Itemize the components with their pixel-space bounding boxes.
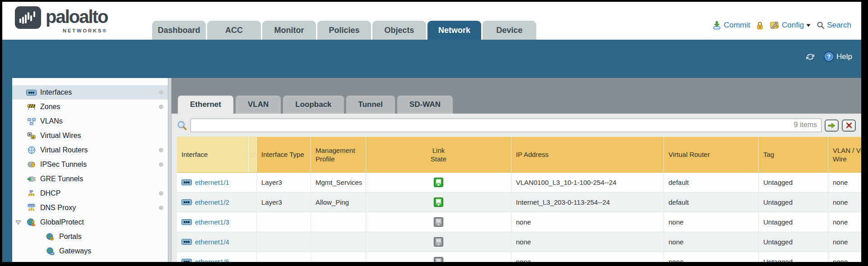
ip-cell: none [511,212,664,232]
sidebar-item-zones[interactable]: Zones [12,100,168,114]
chevron-down-icon [806,24,811,27]
column-header-link-state[interactable]: Link State [366,137,511,172]
teal-toolbar: ? Help [2,40,861,78]
tab-loopback[interactable]: Loopback [283,96,343,114]
column-header-ip-address[interactable]: IP Address [511,137,664,172]
link-state-cell [366,193,511,212]
table-row: ethernet1/2Layer3Allow_PingInternet_L3_2… [177,193,861,212]
virtual-wires-icon [27,132,36,139]
link-state-cell [366,212,511,232]
apply-filter-button[interactable] [825,119,839,132]
search-icon [817,21,825,29]
table-header-row: InterfaceInterface TypeManagement Profil… [177,137,861,173]
interface-link[interactable]: ethernet1/5 [177,252,257,262]
main-tab-policies[interactable]: Policies [317,21,371,40]
lock-icon[interactable] [756,21,764,30]
type-cell [257,232,311,252]
config-menu-button[interactable]: Config [770,21,811,30]
interface-link[interactable]: ethernet1/4 [177,232,257,252]
network-sidebar: InterfacesZonesVLANsVirtual WiresVirtual… [12,78,168,262]
gateways-icon [46,248,55,255]
ethernet-interface-icon [181,199,192,205]
sidebar-item-gateways[interactable]: Gateways [12,244,168,258]
column-header-management-profile[interactable]: Management Profile [311,137,366,172]
sidebar-item-dhcp[interactable]: IPDHCP [12,186,168,201]
interface-type-tabs: EthernetVLANLoopbackTunnelSD-WAN [172,78,861,114]
tab-tunnel[interactable]: Tunnel [346,96,395,114]
virtual-router-cell: none [664,252,759,262]
tab-sd-wan[interactable]: SD-WAN [397,96,453,114]
sort-caret-icon [250,153,255,157]
vlan-cell: none [828,212,861,232]
item-dot-indicator [159,162,163,167]
virtual-router-cell: default [664,173,759,192]
top-header: paloalto NETWORKS® DashboardACCMonitorPo… [2,2,861,40]
table-row: ethernet1/5nonenoneUntaggednone [177,252,861,262]
sidebar-item-label: Gateways [59,247,91,255]
column-header-interface[interactable]: Interface [177,137,257,172]
sidebar-item-gre-tunnels[interactable]: GRE Tunnels [12,172,168,186]
vlans-icon [27,118,36,125]
interface-link[interactable]: ethernet1/3 [177,212,257,232]
gre-tunnels-icon [27,176,36,183]
brand-subtitle: NETWORKS® [63,28,107,33]
filter-input[interactable] [190,119,822,132]
sidebar-item-ipsec-tunnels[interactable]: IPSec Tunnels [12,157,168,172]
clear-filter-button[interactable] [842,119,856,132]
sidebar-item-portals[interactable]: Portals [12,229,168,244]
svg-text:DNS: DNS [28,204,35,207]
header-actions: Commit Config Search [712,21,851,30]
sidebar-item-label: DHCP [40,189,60,197]
item-dot-indicator [159,206,163,210]
tag-cell: Untagged [759,252,828,262]
main-nav-tabs: DashboardACCMonitorPoliciesObjectsNetwor… [152,21,536,40]
mgmt-profile-cell: Allow_Ping [311,193,366,212]
table-row: ethernet1/4nonenoneUntaggednone [177,232,861,252]
main-tab-objects[interactable]: Objects [372,21,426,40]
sidebar-item-virtual-routers[interactable]: Virtual Routers [12,143,168,157]
column-header-vlan-virtual-wire[interactable]: VLAN / Virtual-Wire [828,137,861,172]
column-header-virtual-router[interactable]: Virtual Router [664,137,759,172]
search-button[interactable]: Search [817,21,851,30]
sidebar-item-dns-proxy[interactable]: DNSDNS Proxy [12,201,168,215]
sidebar-item-virtual-wires[interactable]: Virtual Wires [12,128,168,143]
sort-dropdown-button[interactable] [248,137,256,172]
sidebar-item-globalprotect[interactable]: GlobalProtect [12,215,168,229]
refresh-icon[interactable] [805,52,816,61]
sidebar-item-vlans[interactable]: VLANs [12,114,168,128]
sidebar-item-label: DNS Proxy [40,204,76,212]
filter-magnifier-icon [177,120,187,131]
green-arrow-icon [828,123,836,128]
tag-cell: Untagged [759,193,828,212]
interface-link[interactable]: ethernet1/1 [177,173,257,192]
tab-ethernet[interactable]: Ethernet [178,96,233,114]
ethernet-interface-icon [181,239,192,245]
zones-icon [27,103,36,110]
tag-cell: Untagged [759,173,828,192]
virtual-routers-icon [28,146,36,154]
column-header-interface-type[interactable]: Interface Type [257,137,311,172]
column-header-tag[interactable]: Tag [759,137,828,172]
item-dot-indicator [159,90,163,95]
sidebar-item-interfaces[interactable]: Interfaces [12,85,168,100]
main-tab-network[interactable]: Network [427,21,481,40]
commit-icon [712,21,721,30]
main-tab-device[interactable]: Device [483,21,536,40]
virtual-router-cell: none [664,232,759,252]
interface-link[interactable]: ethernet1/2 [177,193,257,212]
tab-vlan[interactable]: VLAN [236,96,281,114]
main-tab-acc[interactable]: ACC [207,21,261,40]
sidebar-splitter[interactable] [168,78,172,262]
link-state-cell [366,232,511,252]
mgmt-profile-cell: Mgmt_Services [311,173,366,192]
commit-button[interactable]: Commit [712,21,750,30]
app-window: paloalto NETWORKS® DashboardACCMonitorPo… [2,2,861,262]
item-dot-indicator [159,148,163,152]
paloalto-logo: paloalto NETWORKS® [15,6,107,33]
ip-cell: VLAN0100_L3_10-1-100-254--24 [511,173,664,192]
help-button[interactable]: ? Help [824,51,852,62]
main-tab-dashboard[interactable]: Dashboard [152,21,206,40]
main-tab-monitor[interactable]: Monitor [262,21,316,40]
sidebar-item-label: Virtual Routers [40,146,88,154]
portals-icon [46,233,55,241]
